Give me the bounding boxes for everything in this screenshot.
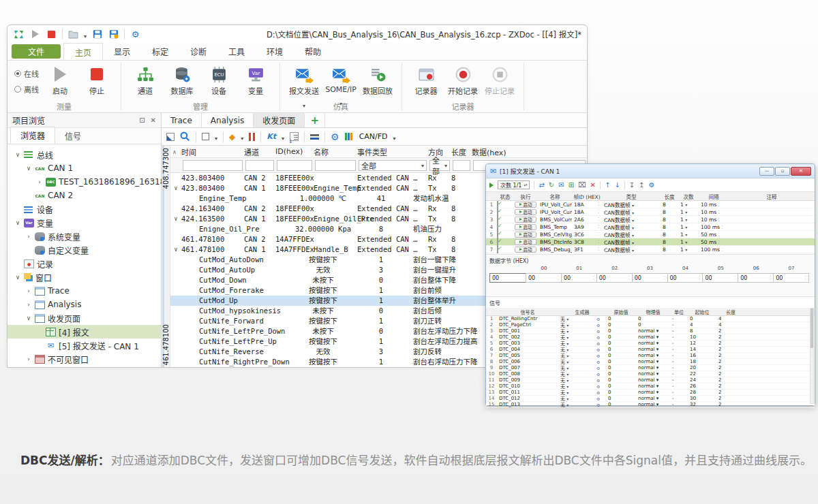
- col-id[interactable]: ID(hex): [275, 147, 314, 156]
- cell-interval[interactable]: 50 ms ⁚: [699, 232, 729, 238]
- maximize-button[interactable]: ▫: [775, 167, 790, 176]
- cell-type-select[interactable]: CAN数据帧: [602, 223, 661, 231]
- time-range-strip[interactable]: 408.747300 461.478100: [162, 146, 170, 367]
- cell-phys-value[interactable]: normal ▾: [636, 359, 670, 364]
- signal-row[interactable]: 13 DTC_011 无 0 normal ▾ - 28 2: [486, 390, 815, 396]
- col-sig-length[interactable]: 长度: [716, 309, 745, 315]
- minimize-button[interactable]: —: [759, 167, 774, 176]
- col-interval[interactable]: 间隔: [699, 193, 729, 200]
- tree-expander-icon[interactable]: ›: [36, 178, 43, 185]
- cell-phys-value[interactable]: normal ▾: [636, 371, 670, 377]
- col-name[interactable]: 名称: [314, 146, 357, 157]
- document-tab[interactable]: Trace: [162, 113, 202, 127]
- cell-interval[interactable]: 10 ms ⁚: [699, 202, 729, 208]
- clear-rows-icon[interactable]: ⌧: [578, 182, 586, 189]
- send-message-row[interactable]: 6 启动 BMS_DtcInfo 3C8 ⁚ CAN数据帧 8 1 50 ms …: [486, 238, 815, 246]
- cell-raw-value[interactable]: 0: [606, 334, 636, 340]
- tree-expander-icon[interactable]: ∨: [25, 315, 32, 321]
- cell-length[interactable]: 8: [661, 202, 678, 208]
- cell-raw-value[interactable]: 0: [606, 390, 636, 395]
- recorder-button[interactable]: 记录器: [408, 63, 444, 96]
- exec-start-button[interactable]: 启动: [515, 232, 536, 238]
- cell-frame-id[interactable]: 3C8: [572, 239, 595, 245]
- generator-wrench-icon[interactable]: [596, 347, 606, 352]
- send-message-row[interactable]: 4 启动 BMS_Temp 3A9 ⁚ CAN数据帧 8 1 100 ms ⁚: [486, 223, 815, 231]
- generator-wrench-icon[interactable]: [596, 403, 606, 407]
- dropdown-icon[interactable]: [215, 130, 217, 143]
- menu-tab[interactable]: 环境: [256, 43, 294, 60]
- cell-phys-value[interactable]: normal ▾: [636, 353, 670, 358]
- add-message-icon[interactable]: ✉: [558, 182, 564, 189]
- cell-frame-id[interactable]: 2A6: [572, 217, 595, 223]
- online-radio[interactable]: 在线: [14, 68, 39, 79]
- tree-item[interactable]: CAN 2: [7, 189, 161, 202]
- add-tab-button[interactable]: +: [305, 113, 325, 127]
- col-signal-name[interactable]: 信号名: [497, 309, 558, 315]
- start-record-button[interactable]: 开始记录: [444, 63, 481, 96]
- col-unit[interactable]: 单位: [670, 309, 688, 315]
- spinner-icon[interactable]: ⁚: [595, 247, 602, 252]
- signal-row[interactable]: 6 DTC_004 无 0 normal ▾ - 14 2: [486, 347, 815, 353]
- cell-raw-value[interactable]: 0: [606, 347, 636, 352]
- generator-wrench-icon[interactable]: [596, 390, 606, 395]
- tree-item[interactable]: 设备: [7, 202, 161, 216]
- cell-phys-value[interactable]: normal ▾: [636, 341, 670, 346]
- tree-item[interactable]: [4] 报文: [7, 325, 161, 338]
- cell-raw-value[interactable]: 0: [606, 322, 636, 328]
- tree-item[interactable]: 自定义变量: [7, 243, 161, 257]
- cell-interval[interactable]: 100 ms ⁚: [699, 224, 729, 230]
- search-icon[interactable]: [180, 131, 190, 142]
- col-comment[interactable]: 注释: [729, 193, 815, 200]
- spinner-icon[interactable]: ⁚: [595, 239, 602, 245]
- cell-raw-value[interactable]: 0: [606, 402, 636, 407]
- spinner-icon[interactable]: ⁚: [770, 275, 771, 281]
- exec-start-button[interactable]: 启动: [515, 239, 536, 245]
- generator-wrench-icon[interactable]: [596, 366, 606, 371]
- canfd-label[interactable]: CAN/FD: [359, 132, 388, 141]
- signal-row[interactable]: 10 DTC_008 无 0 normal ▾ - 22 2: [486, 371, 815, 377]
- cell-raw-value[interactable]: 0: [606, 383, 636, 389]
- database-button[interactable]: 数据库: [164, 63, 200, 96]
- tree-item[interactable]: ∨ 收发页面: [7, 311, 161, 325]
- cell-length[interactable]: 8: [661, 224, 678, 230]
- cell-phys-value[interactable]: normal ▾: [636, 347, 670, 352]
- signal-row[interactable]: 1 DTC_RollingCntr 无 0 0 - 0 4: [486, 316, 815, 322]
- cell-interval[interactable]: 10 ms ⁚: [699, 209, 729, 215]
- exec-start-button[interactable]: 启动: [515, 217, 536, 223]
- spinner-icon[interactable]: ⁚: [663, 275, 665, 281]
- signal-row[interactable]: 15 DTC_013 无 0 normal ▾ - 32 2: [486, 402, 815, 408]
- spinner-icon[interactable]: ⁚: [595, 232, 602, 237]
- cell-count-select[interactable]: 1: [678, 239, 699, 245]
- menu-tab[interactable]: 工具: [217, 43, 256, 60]
- clear-icon[interactable]: [229, 131, 235, 142]
- cell-raw-value[interactable]: 0: [606, 359, 636, 364]
- generator-wrench-icon[interactable]: [596, 384, 606, 389]
- tree-expander-icon[interactable]: ∨: [25, 165, 32, 172]
- row-expander-icon[interactable]: [170, 234, 181, 245]
- cell-raw-value[interactable]: 0: [606, 377, 636, 383]
- cell-interval[interactable]: 50 ms ⁚: [699, 239, 729, 245]
- cell-interval[interactable]: 100 ms ⁚: [699, 247, 729, 253]
- cell-type-select[interactable]: CAN数据帧: [602, 238, 661, 246]
- swap-channels-icon[interactable]: ⇄: [539, 182, 544, 189]
- variable-button[interactable]: Var变量: [237, 63, 274, 96]
- cell-phys-value[interactable]: normal ▾: [636, 365, 670, 371]
- tree-item[interactable]: ∨ CAN 1: [7, 161, 161, 175]
- settings-gear-icon[interactable]: [331, 131, 339, 142]
- cell-type-select[interactable]: CAN数据帧: [602, 208, 661, 216]
- time-mode-icon[interactable]: Kt: [267, 131, 276, 142]
- menu-tab[interactable]: 显示: [103, 43, 141, 60]
- tree-item[interactable]: › TEST_1631861896_163186...: [7, 175, 161, 189]
- filter-channel-input[interactable]: [245, 160, 274, 171]
- menu-tab[interactable]: 主页: [63, 43, 103, 60]
- cell-type-select[interactable]: CAN数据帧: [602, 246, 661, 253]
- start-button[interactable]: 启动: [42, 63, 78, 96]
- tree-expander-icon[interactable]: ›: [25, 233, 32, 240]
- dropdown-icon[interactable]: [282, 130, 284, 143]
- col-status[interactable]: 状态: [497, 193, 513, 200]
- tree-item[interactable]: › Trace: [7, 284, 161, 298]
- cell-length[interactable]: 8: [661, 209, 678, 215]
- cell-raw-value[interactable]: 0: [606, 371, 636, 377]
- file-menu-button[interactable]: 文件: [12, 44, 61, 59]
- tree-item[interactable]: ∨ 变量: [7, 216, 161, 230]
